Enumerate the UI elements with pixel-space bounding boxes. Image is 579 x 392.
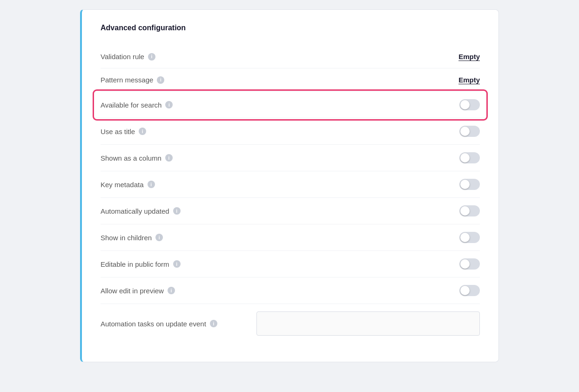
row-value-shown-as-column [459,152,480,163]
info-icon-use-as-title[interactable]: i [139,128,146,135]
config-row-allow-edit-in-preview: Allow edit in previewi [101,277,480,304]
row-label-editable-in-public-form: Editable in public formi [101,260,181,268]
info-icon-validation-rule[interactable]: i [148,53,155,61]
info-icon-pattern-message[interactable]: i [157,76,164,84]
row-label-text-validation-rule: Validation rule [101,53,144,61]
row-value-validation-rule: Empty [458,53,480,61]
info-icon-automatically-updated[interactable]: i [173,207,181,215]
config-row-pattern-message: Pattern messageiEmpty [101,68,480,92]
toggle-use-as-title[interactable] [459,126,480,137]
config-row-use-as-title: Use as titlei [101,118,480,145]
toggle-thumb-allow-edit-in-preview [460,286,470,295]
row-label-text-pattern-message: Pattern message [101,76,153,84]
toggle-thumb-editable-in-public-form [460,259,470,269]
row-label-text-use-as-title: Use as title [101,128,135,135]
info-icon-allow-edit-in-preview[interactable]: i [168,287,175,294]
empty-value-validation-rule[interactable]: Empty [458,53,480,61]
info-icon-key-metadata[interactable]: i [148,181,155,188]
toggle-thumb-shown-as-column [460,153,470,162]
toggle-automatically-updated[interactable] [459,205,480,216]
row-value-editable-in-public-form [459,258,480,270]
toggle-available-for-search[interactable] [459,99,480,110]
toggle-show-in-children[interactable] [459,232,480,243]
toggle-thumb-use-as-title [460,127,470,136]
row-value-automatically-updated [459,205,480,216]
toggle-thumb-show-in-children [460,233,470,242]
row-label-pattern-message: Pattern messagei [101,76,164,84]
row-label-text-allow-edit-in-preview: Allow edit in preview [101,287,164,295]
config-row-validation-rule: Validation ruleiEmpty [101,45,480,68]
advanced-config-panel: Advanced configuration Validation ruleiE… [80,9,499,362]
info-icon-automation-tasks[interactable]: i [210,320,217,327]
toggle-thumb-key-metadata [460,180,470,189]
row-label-automatically-updated: Automatically updatedi [101,207,181,215]
toggle-editable-in-public-form[interactable] [459,258,480,270]
toggle-thumb-automatically-updated [460,206,470,216]
config-row-key-metadata: Key metadatai [101,171,480,198]
row-label-text-key-metadata: Key metadata [101,181,144,189]
toggle-shown-as-column[interactable] [459,152,480,163]
config-row-automation-tasks: Automation tasks on update eventi [101,304,480,343]
info-icon-shown-as-column[interactable]: i [165,154,173,162]
row-label-text-available-for-search: Available for search [101,101,162,109]
row-value-automation-tasks [256,311,480,336]
row-label-text-automatically-updated: Automatically updated [101,207,169,215]
row-value-key-metadata [459,179,480,190]
config-row-automatically-updated: Automatically updatedi [101,198,480,224]
row-label-automation-tasks: Automation tasks on update eventi [101,320,217,328]
automation-input-automation-tasks[interactable] [256,311,480,336]
row-value-allow-edit-in-preview [459,285,480,296]
config-row-available-for-search: Available for searchi [95,92,485,118]
row-value-use-as-title [459,126,480,137]
row-label-text-automation-tasks: Automation tasks on update event [101,320,206,328]
row-label-allow-edit-in-preview: Allow edit in previewi [101,287,175,295]
config-rows-container: Validation ruleiEmptyPattern messageiEmp… [101,45,480,343]
toggle-allow-edit-in-preview[interactable] [459,285,480,296]
row-value-show-in-children [459,232,480,243]
panel-title: Advanced configuration [101,24,480,32]
row-label-use-as-title: Use as titlei [101,128,146,135]
row-value-pattern-message: Empty [458,76,480,84]
row-label-key-metadata: Key metadatai [101,181,155,189]
row-value-available-for-search [459,99,480,110]
row-label-text-editable-in-public-form: Editable in public form [101,260,169,268]
info-icon-show-in-children[interactable]: i [155,234,163,241]
config-row-editable-in-public-form: Editable in public formi [101,251,480,277]
row-label-show-in-children: Show in childreni [101,234,163,242]
row-label-shown-as-column: Shown as a columni [101,154,173,162]
row-label-text-show-in-children: Show in children [101,234,152,242]
row-label-text-shown-as-column: Shown as a column [101,154,162,162]
toggle-thumb-available-for-search [460,100,470,109]
config-row-show-in-children: Show in childreni [101,224,480,251]
row-label-available-for-search: Available for searchi [101,101,173,109]
info-icon-available-for-search[interactable]: i [165,101,173,108]
config-row-shown-as-column: Shown as a columni [101,145,480,171]
row-label-validation-rule: Validation rulei [101,53,155,61]
empty-value-pattern-message[interactable]: Empty [458,76,480,84]
info-icon-editable-in-public-form[interactable]: i [173,260,181,268]
toggle-key-metadata[interactable] [459,179,480,190]
